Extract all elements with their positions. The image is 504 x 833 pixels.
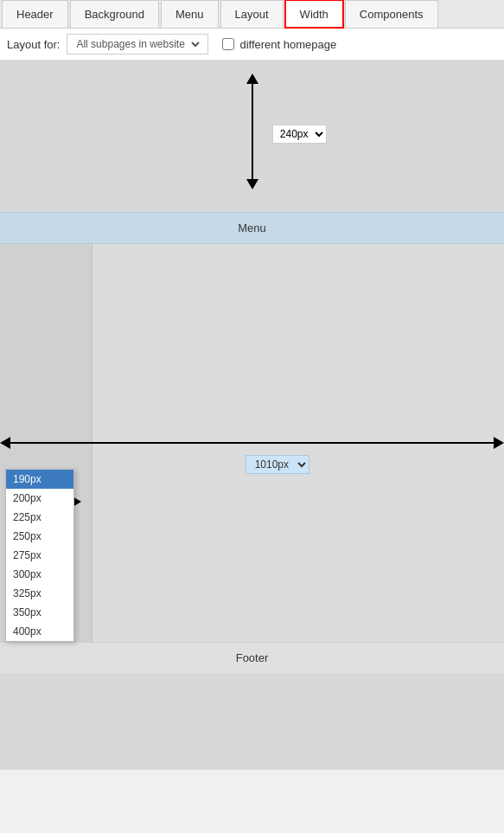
option-325px[interactable]: 325px [6,584,73,603]
tab-menu[interactable]: Menu [161,0,219,28]
content-width-select[interactable]: 800px 900px 960px 1010px 1100px 1200px 1… [246,455,309,474]
arrow-line-horizontal [10,442,494,444]
arrow-head-down-icon [246,179,258,189]
header-zone: 180px 200px 220px 240px 260px 280px 300p… [0,61,504,212]
option-225px[interactable]: 225px [6,508,73,527]
width-arrow [0,437,504,449]
option-190px[interactable]: 190px [6,470,73,489]
menu-bar-label: Menu [238,221,266,234]
header-height-select[interactable]: 180px 200px 220px 240px 260px 280px 300p… [272,125,327,144]
layout-for-label: Layout for: [7,38,60,51]
content-width-select-wrapper[interactable]: 800px 900px 960px 1010px 1100px 1200px 1… [246,455,309,474]
tabs-container: Header Background Menu Layout Width Comp… [0,0,504,29]
subpages-select[interactable]: All subpages in website Homepage Custom [73,37,202,51]
option-400px[interactable]: 400px [6,622,73,641]
different-homepage-checkbox[interactable] [222,38,234,50]
height-arrow [246,74,258,189]
option-350px[interactable]: 350px [6,603,73,622]
arrow-line-vertical [252,84,253,179]
content-zone: 800px 900px 960px 1010px 1100px 1200px 1… [0,244,504,642]
arrow-head-up-icon [246,74,258,84]
sidebar-dropdown: 190px 200px 225px 250px 275px 300px 325p… [5,469,74,642]
option-200px[interactable]: 200px [6,489,73,508]
option-300px[interactable]: 300px [6,565,73,584]
subpages-select-wrapper[interactable]: All subpages in website Homepage Custom [67,34,208,54]
tab-background[interactable]: Background [70,0,159,28]
canvas-area: 180px 200px 220px 240px 260px 280px 300p… [0,61,504,770]
option-275px[interactable]: 275px [6,546,73,565]
different-homepage-text: different homepage [239,38,336,51]
menu-bar: Menu [0,212,504,244]
toolbar: Layout for: All subpages in website Home… [0,29,504,61]
different-homepage-label[interactable]: different homepage [222,38,336,51]
tab-width[interactable]: Width [285,0,343,28]
tab-components[interactable]: Components [345,0,438,28]
footer-bar: Footer [0,642,504,673]
option-250px[interactable]: 250px [6,527,73,546]
arrow-head-right-icon [494,437,504,449]
height-select-wrapper[interactable]: 180px 200px 220px 240px 260px 280px 300p… [272,125,327,144]
tab-header[interactable]: Header [2,0,68,28]
footer-label: Footer [236,651,269,664]
tab-layout[interactable]: Layout [220,0,284,28]
arrow-head-left-icon [0,437,10,449]
